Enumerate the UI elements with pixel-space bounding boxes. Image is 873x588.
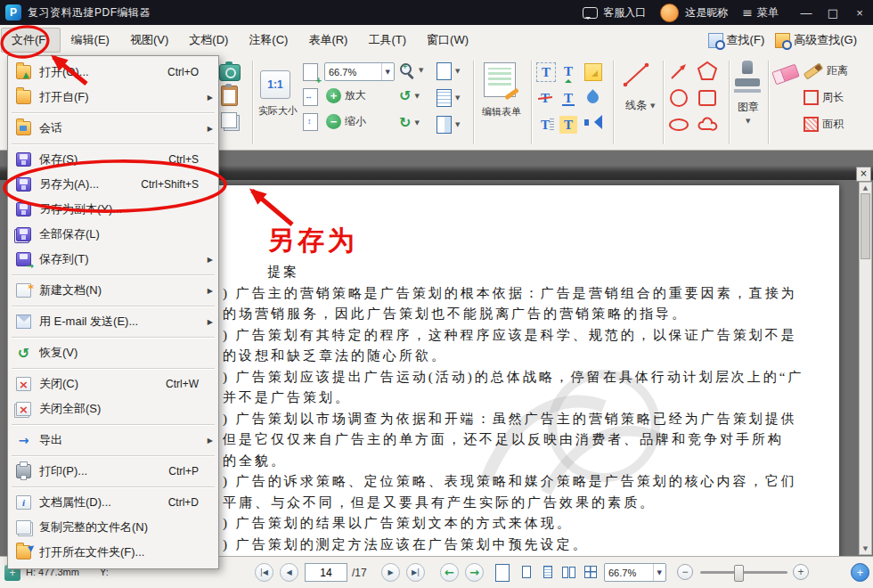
file-menu-item[interactable]: 保存(S) Ctrl+S ▶ [8,147,218,172]
text-highlight-tool-icon[interactable]: T [559,116,577,134]
pan-zoom-button[interactable]: + [851,563,869,582]
facing-view-button[interactable]: ▼ [436,116,460,134]
file-menu-item[interactable]: 打开所在文件夹(F)... ▶ [8,540,218,565]
ellipse-tool-icon[interactable] [668,114,689,139]
page-number-input[interactable]: 14 [305,563,347,582]
highlighter-icon[interactable] [584,89,600,105]
cloud-tool-icon[interactable] [697,114,718,139]
snapshot-icon[interactable] [219,64,241,81]
polygon-tool-icon[interactable] [697,61,718,86]
rectangle-tool-icon[interactable] [697,87,718,112]
zoom-out-slider-button[interactable]: − [677,564,693,580]
page-mode-icon[interactable] [495,564,510,582]
menubar-item[interactable]: 工具(T) [358,29,416,52]
next-view-button[interactable]: → [465,563,484,582]
zoom-level-combobox[interactable]: 66.7% ▼ [324,62,395,81]
zoom-in-slider-button[interactable]: + [793,564,809,580]
file-menu-item[interactable]: 恢复(V) ▶ [8,340,218,365]
clipboard-icon[interactable] [221,86,238,106]
zoom-slider-track[interactable] [700,571,787,574]
zoom-page-icon[interactable] [303,63,318,81]
distance-tool-button[interactable]: 距离 [804,63,848,78]
file-menu-item[interactable]: 复制完整的文件名(N) ▶ [8,515,218,540]
file-menu-item[interactable]: 全部保存(L) ▶ [8,222,218,247]
stamp-dropdown-icon[interactable]: ▼ [746,118,750,125]
zoom-in-button[interactable]: + 放大 [326,88,366,103]
file-menu-item[interactable]: 另存为(A)... Ctrl+Shift+S ▶ [8,172,218,197]
last-page-button[interactable]: ▶| [406,563,425,582]
file-menu-item[interactable]: 导出 ▶ [8,428,218,453]
edit-form-icon[interactable] [484,62,516,97]
file-menu-item-label: 用 E-mail 发送(E)... [39,314,138,330]
rotate-right-button[interactable]: ↻ ▼ [399,116,420,130]
fit-height-icon[interactable] [303,113,318,131]
text-insert-tool-icon[interactable]: T [559,62,577,80]
stamp-icon[interactable] [734,61,761,93]
scrollbar-thumb[interactable] [861,193,870,259]
sound-annotation-icon[interactable] [583,114,601,130]
four-page-layout-button[interactable] [583,564,599,580]
menubar-item[interactable]: 文件(F) [1,28,61,53]
file-menu-item[interactable]: 用 E-mail 发送(E)... ▶ [8,309,218,334]
text-strikeout-tool-icon[interactable]: T [536,89,554,107]
menubar-item[interactable]: 编辑(E) [61,29,119,52]
continuous-layout-button[interactable] [540,564,556,580]
menubar-item[interactable]: 视图(V) [120,29,178,52]
find-button[interactable]: 查找(F) [708,32,765,48]
circle-tool-icon[interactable] [668,87,689,112]
line-tool-button[interactable]: 线条 ▼ [625,98,655,113]
single-page-layout-button[interactable] [518,564,534,580]
menubar-item[interactable]: 窗口(W) [417,29,478,52]
scroll-up-icon[interactable]: ▲ [860,184,871,192]
zoom-out-button[interactable]: − 缩小 [326,114,366,129]
advanced-find-button[interactable]: 高级查找(G) [775,32,857,48]
typewriter-tool-icon[interactable]: T [536,116,554,134]
file-menu-item[interactable]: 关闭全部(S) ▶ [8,396,218,421]
nickname-label[interactable]: 这是昵称 [685,5,728,20]
rotate-left-button[interactable]: ↺ ▼ [399,89,420,103]
file-menu-item[interactable]: 打开自(F) ▶ [8,85,218,110]
continuous-view-button[interactable]: ▼ [436,89,460,107]
file-menu-item[interactable]: 文档属性(D)... Ctrl+D ▶ [8,490,218,515]
perimeter-tool-button[interactable]: 周长 [804,90,844,105]
vertical-scrollbar[interactable]: ▲ ▼ [859,182,872,555]
next-page-button[interactable]: ▶ [381,563,400,582]
arrow-tool-icon[interactable] [668,61,689,86]
page-view-button[interactable]: ▼ [436,62,460,80]
close-button[interactable]: × [846,0,873,25]
file-menu-item[interactable]: 打印(P)... Ctrl+P ▶ [8,459,218,484]
menubar-item[interactable]: 表单(R) [298,29,357,52]
menu-button[interactable]: 菜单 [757,5,779,20]
layers-icon[interactable] [221,112,237,128]
file-menu-item[interactable]: 另存为副本(Y)... ▶ [8,197,218,222]
text-box-tool-icon[interactable]: T [536,62,556,82]
fit-width-icon[interactable] [303,88,318,106]
line-tool-icon[interactable] [622,61,650,93]
scroll-down-icon[interactable]: ▼ [860,545,871,552]
menubar-item[interactable]: 注释(C) [239,29,298,52]
file-menu-item[interactable]: 保存到(T) ▶ [8,247,218,272]
file-menu-item[interactable]: 新建文档(N) ▶ [8,278,218,303]
previous-view-button[interactable]: ← [440,563,459,582]
zoom-slider-thumb[interactable] [734,565,744,582]
customer-service-entry[interactable]: 客服入口 [603,5,646,20]
text-underline-tool-icon[interactable]: T [559,89,577,107]
first-page-button[interactable]: |◀ [255,563,273,582]
maximize-button[interactable]: □ [820,0,846,25]
avatar[interactable] [660,4,679,22]
minimize-button[interactable]: — [793,0,820,25]
pdf-page[interactable]: 提案) 广告主的营销策略是广告策划的根本依据：广告是营销组合的重要因素，直接为的… [203,185,839,557]
close-document-icon[interactable]: × [856,167,871,182]
file-menu-item[interactable]: 关闭(C) Ctrl+W ▶ [8,372,218,396]
eraser-icon[interactable] [771,64,799,86]
sticky-note-icon[interactable] [584,63,602,81]
statusbar-zoom-combobox[interactable]: 66.7% ▼ [604,563,666,582]
two-page-layout-button[interactable] [561,564,577,580]
file-menu-item[interactable]: 会话 ▶ [8,116,218,141]
marquee-zoom-button[interactable]: + ▼ [399,62,423,78]
area-tool-button[interactable]: 面积 [804,117,844,132]
actual-size-button[interactable]: 1:1 [260,70,290,99]
previous-page-button[interactable]: ◀ [280,563,298,582]
menubar-item[interactable]: 文档(D) [179,29,238,52]
file-menu-item[interactable]: 打开(O)... Ctrl+O ▶ [8,60,218,85]
